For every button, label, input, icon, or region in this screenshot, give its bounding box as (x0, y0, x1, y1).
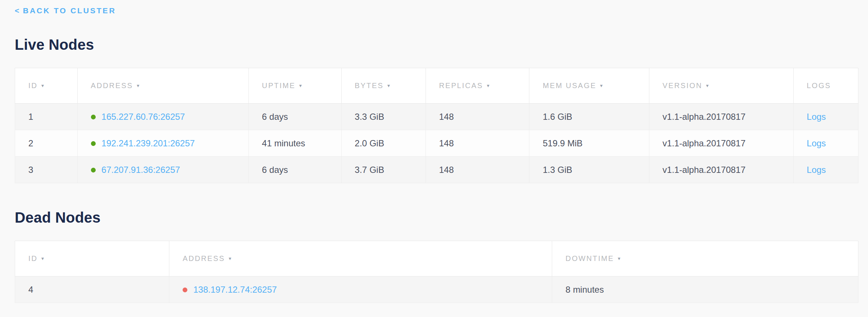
column-header-label: REPLICAS (439, 81, 483, 90)
cell-id: 2 (15, 130, 78, 157)
node-logs-link[interactable]: Logs (807, 112, 826, 122)
column-header-address[interactable]: ADDRESS▾ (77, 68, 248, 104)
cell-uptime: 41 minutes (248, 130, 341, 157)
column-header-version[interactable]: VERSION▾ (649, 68, 793, 104)
sort-arrow-icon: ▾ (706, 83, 709, 88)
column-header-label: ADDRESS (91, 81, 133, 90)
live-node-status-icon (91, 141, 96, 146)
back-to-cluster-link[interactable]: <BACK TO CLUSTER (15, 6, 116, 15)
table-row: 4138.197.12.74:262578 minutes (15, 276, 858, 303)
cell-id: 3 (15, 157, 78, 183)
live-nodes-title: Live Nodes (15, 36, 858, 53)
column-header-address[interactable]: ADDRESS▾ (169, 241, 552, 276)
cell-replicas: 148 (426, 130, 529, 157)
cell-mem_usage: 1.3 GiB (529, 157, 649, 183)
sort-arrow-icon: ▾ (299, 83, 302, 88)
column-header-label: MEM USAGE (543, 81, 596, 90)
column-header-mem_usage[interactable]: MEM USAGE▾ (529, 68, 649, 104)
cell-replicas: 148 (426, 104, 529, 130)
column-header-label: ID (28, 254, 38, 262)
cell-version: v1.1-alpha.20170817 (649, 157, 793, 183)
node-address-link[interactable]: 138.197.12.74:26257 (193, 285, 277, 295)
cell-downtime: 8 minutes (552, 276, 858, 303)
cell-mem_usage: 1.6 GiB (529, 104, 649, 130)
column-header-logs: LOGS (793, 68, 858, 104)
cell-mem_usage: 519.9 MiB (529, 130, 649, 157)
column-header-replicas[interactable]: REPLICAS▾ (426, 68, 529, 104)
cell-bytes: 2.0 GiB (341, 130, 426, 157)
dead-nodes-title: Dead Nodes (15, 209, 858, 226)
back-link-label: BACK TO CLUSTER (23, 6, 116, 15)
column-header-label: LOGS (807, 81, 831, 90)
live-nodes-header-row: ID▾ADDRESS▾UPTIME▾BYTES▾REPLICAS▾MEM USA… (15, 68, 858, 104)
dead-node-status-icon (183, 288, 187, 292)
table-row: 1165.227.60.76:262576 days3.3 GiB1481.6 … (15, 104, 858, 130)
sort-arrow-icon: ▾ (137, 83, 139, 88)
column-header-id[interactable]: ID▾ (15, 68, 78, 104)
table-row: 2192.241.239.201:2625741 minutes2.0 GiB1… (15, 130, 858, 157)
nodes-page: <BACK TO CLUSTER Live Nodes ID▾ADDRESS▾U… (0, 0, 868, 303)
cell-id: 4 (15, 276, 169, 303)
sort-arrow-icon: ▾ (41, 255, 44, 261)
cell-uptime: 6 days (248, 104, 341, 130)
node-address-link[interactable]: 67.207.91.36:26257 (102, 165, 180, 175)
column-header-uptime[interactable]: UPTIME▾ (248, 68, 341, 104)
column-header-label: ADDRESS (183, 254, 225, 262)
column-header-id[interactable]: ID▾ (15, 241, 169, 276)
sort-arrow-icon: ▾ (600, 83, 603, 88)
dead-nodes-table: ID▾ADDRESS▾DOWNTIME▾ 4138.197.12.74:2625… (15, 241, 858, 303)
cell-version: v1.1-alpha.20170817 (649, 104, 793, 130)
column-header-label: BYTES (355, 81, 384, 90)
column-header-bytes[interactable]: BYTES▾ (341, 68, 426, 104)
column-header-label: ID (28, 81, 38, 90)
table-row: 367.207.91.36:262576 days3.7 GiB1481.3 G… (15, 157, 858, 183)
live-nodes-table: ID▾ADDRESS▾UPTIME▾BYTES▾REPLICAS▾MEM USA… (15, 68, 858, 183)
live-node-status-icon (91, 168, 96, 173)
node-logs-link[interactable]: Logs (807, 138, 826, 148)
column-header-downtime[interactable]: DOWNTIME▾ (552, 241, 858, 276)
cell-address: 192.241.239.201:26257 (77, 130, 248, 157)
node-address-link[interactable]: 192.241.239.201:26257 (102, 138, 195, 148)
cell-bytes: 3.3 GiB (341, 104, 426, 130)
cell-uptime: 6 days (248, 157, 341, 183)
column-header-label: VERSION (663, 81, 702, 90)
cell-address: 138.197.12.74:26257 (169, 276, 552, 303)
cell-bytes: 3.7 GiB (341, 157, 426, 183)
live-node-status-icon (91, 115, 96, 119)
cell-address: 165.227.60.76:26257 (77, 104, 248, 130)
cell-version: v1.1-alpha.20170817 (649, 130, 793, 157)
cell-address: 67.207.91.36:26257 (77, 157, 248, 183)
cell-id: 1 (15, 104, 78, 130)
sort-arrow-icon: ▾ (618, 255, 620, 261)
node-logs-link[interactable]: Logs (807, 165, 826, 175)
cell-logs: Logs (793, 130, 858, 157)
cell-logs: Logs (793, 157, 858, 183)
node-address-link[interactable]: 165.227.60.76:26257 (102, 112, 185, 122)
sort-arrow-icon: ▾ (387, 83, 390, 88)
sort-arrow-icon: ▾ (41, 83, 44, 88)
cell-logs: Logs (793, 104, 858, 130)
column-header-label: UPTIME (262, 81, 296, 90)
column-header-label: DOWNTIME (565, 254, 614, 262)
dead-nodes-header-row: ID▾ADDRESS▾DOWNTIME▾ (15, 241, 858, 276)
sort-arrow-icon: ▾ (487, 83, 489, 88)
sort-arrow-icon: ▾ (229, 255, 231, 261)
back-chevron-icon: < (15, 6, 19, 15)
cell-replicas: 148 (426, 157, 529, 183)
